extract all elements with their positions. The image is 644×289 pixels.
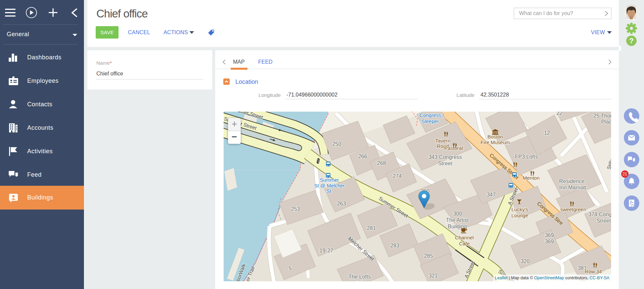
svg-text:250: 250 [332, 141, 341, 147]
svg-text:Sleeper: Sleeper [421, 118, 439, 124]
svg-text:Lounge: Lounge [511, 213, 528, 218]
svg-text:266: 266 [358, 154, 367, 159]
svg-text:Summer: Summer [320, 177, 339, 183]
svg-text:Fire Museum: Fire Museum [480, 139, 510, 145]
svg-text:347: 347 [487, 192, 496, 197]
svg-text:Lucky's: Lucky's [511, 207, 528, 212]
svg-text:5: 5 [289, 266, 292, 271]
svg-text:321: 321 [429, 273, 438, 279]
svg-text:Channel: Channel [455, 235, 474, 240]
svg-text:283: 283 [390, 243, 400, 248]
svg-text:Residence: Residence [559, 178, 585, 184]
svg-text:369: 369 [545, 239, 554, 244]
svg-text:Inn Marriott: Inn Marriott [559, 185, 587, 190]
svg-text:320: 320 [521, 258, 530, 264]
svg-text:?: ? [629, 37, 634, 45]
svg-text:268: 268 [377, 160, 386, 166]
svg-text:25 Thor: 25 Thor [594, 113, 611, 119]
svg-text:at 49: at 49 [354, 280, 366, 281]
svg-text:FP3 Lofts: FP3 Lofts [515, 154, 538, 160]
svg-text:The Lofts: The Lofts [349, 274, 371, 280]
svg-text:374 Cong: 374 Cong [588, 212, 611, 217]
svg-text:281: 281 [367, 225, 376, 231]
svg-text:300: 300 [453, 211, 462, 217]
svg-text:St @ Melcher: St @ Melcher [314, 183, 344, 188]
svg-text:274: 274 [393, 173, 402, 179]
svg-text:St: St [326, 188, 331, 194]
svg-text:12: 12 [544, 130, 550, 136]
svg-text:263: 263 [337, 201, 346, 207]
svg-text:369: 369 [545, 232, 554, 238]
svg-text:sweetgreen: sweetgreen [560, 207, 586, 212]
svg-text:The Artist: The Artist [446, 217, 469, 223]
svg-text:Menton: Menton [523, 175, 540, 181]
svg-text:Street: Street [597, 218, 611, 224]
svg-text:343 Congress: 343 Congress [428, 154, 462, 160]
svg-text:Plac: Plac [601, 119, 611, 125]
svg-text:19-27: 19-27 [320, 248, 333, 253]
svg-text:- Congress /: - Congress / [416, 112, 444, 118]
svg-text:22: 22 [556, 112, 562, 116]
svg-text:Cafe: Cafe [459, 241, 470, 246]
svg-text:Street: Street [438, 161, 453, 166]
svg-text:Tavern: Tavern [435, 138, 450, 143]
svg-text:285: 285 [424, 253, 433, 259]
svg-text:Row 34: Row 34 [585, 269, 602, 274]
svg-text:253: 253 [291, 206, 300, 212]
